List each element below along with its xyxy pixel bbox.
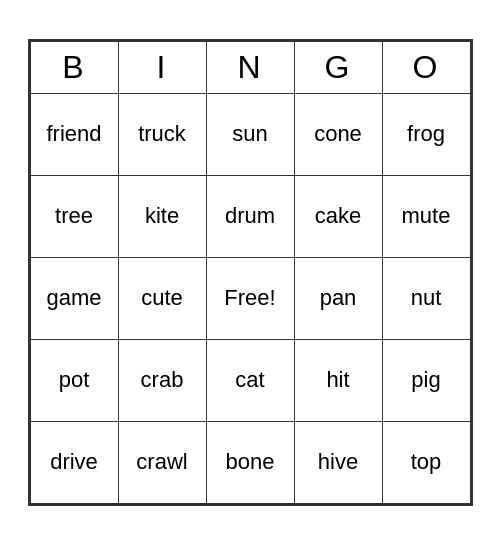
cell-4-4: top — [382, 421, 470, 503]
cell-1-4: mute — [382, 175, 470, 257]
cell-3-0: pot — [30, 339, 118, 421]
cell-3-3: hit — [294, 339, 382, 421]
header-row: B I N G O — [30, 41, 470, 93]
cell-3-2: cat — [206, 339, 294, 421]
table-row: drivecrawlbonehivetop — [30, 421, 470, 503]
table-row: potcrabcathitpig — [30, 339, 470, 421]
cell-1-3: cake — [294, 175, 382, 257]
cell-0-1: truck — [118, 93, 206, 175]
table-row: gamecuteFree!pannut — [30, 257, 470, 339]
cell-2-1: cute — [118, 257, 206, 339]
cell-1-1: kite — [118, 175, 206, 257]
cell-2-0: game — [30, 257, 118, 339]
cell-4-3: hive — [294, 421, 382, 503]
header-g: G — [294, 41, 382, 93]
cell-2-3: pan — [294, 257, 382, 339]
cell-0-4: frog — [382, 93, 470, 175]
table-row: friendtrucksunconefrog — [30, 93, 470, 175]
cell-0-2: sun — [206, 93, 294, 175]
cell-2-4: nut — [382, 257, 470, 339]
table-row: treekitedrumcakemute — [30, 175, 470, 257]
bingo-body: friendtrucksunconefrogtreekitedrumcakemu… — [30, 93, 470, 503]
cell-0-0: friend — [30, 93, 118, 175]
cell-0-3: cone — [294, 93, 382, 175]
cell-2-2: Free! — [206, 257, 294, 339]
cell-4-2: bone — [206, 421, 294, 503]
header-o: O — [382, 41, 470, 93]
cell-3-1: crab — [118, 339, 206, 421]
cell-3-4: pig — [382, 339, 470, 421]
cell-1-0: tree — [30, 175, 118, 257]
cell-1-2: drum — [206, 175, 294, 257]
cell-4-0: drive — [30, 421, 118, 503]
bingo-table: B I N G O friendtrucksunconefrogtreekite… — [30, 41, 471, 504]
header-i: I — [118, 41, 206, 93]
cell-4-1: crawl — [118, 421, 206, 503]
header-b: B — [30, 41, 118, 93]
header-n: N — [206, 41, 294, 93]
bingo-card: B I N G O friendtrucksunconefrogtreekite… — [28, 39, 473, 506]
